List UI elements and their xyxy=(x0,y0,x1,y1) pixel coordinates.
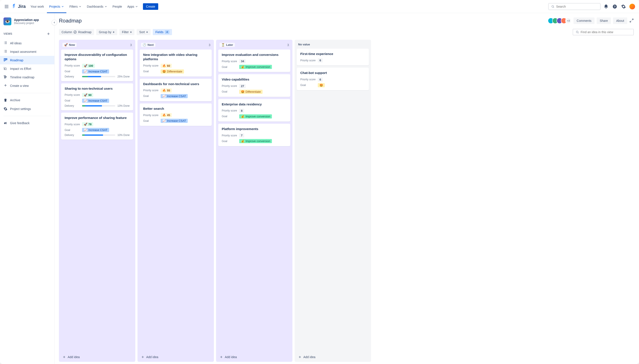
project-header[interactable]: 👁️ Appreciation app Discovery project xyxy=(0,18,54,29)
nav-item-filters[interactable]: Filters xyxy=(67,3,84,10)
global-search[interactable] xyxy=(548,3,600,10)
field-label-goal: Goal xyxy=(222,90,239,93)
filter-picker[interactable]: Filter + xyxy=(120,29,134,35)
goal-chip: 💰Improve conversion xyxy=(239,65,272,69)
svg-line-41 xyxy=(630,21,631,22)
goal-chip: 📈Increase CSAT xyxy=(82,128,109,132)
idea-card[interactable]: Chat-bot supportPriority score6Goal🤩 xyxy=(297,68,369,90)
field-label-goal: Goal xyxy=(222,115,239,118)
avatar-stack[interactable]: +3 xyxy=(548,18,571,24)
column-tag: ⏳Later xyxy=(220,43,235,47)
priority-score-chip: 🔥55 xyxy=(160,88,172,92)
idea-card[interactable]: Platform improvementsPriority score7Goal… xyxy=(218,124,290,146)
jira-logo[interactable]: Jira xyxy=(11,4,26,9)
sidebar-view-roadmap[interactable]: Roadmap xyxy=(0,56,54,64)
sidebar-view-create-a-view[interactable]: Create a view xyxy=(0,82,54,90)
sidebar-view-impact-assessment[interactable]: Impact assessment xyxy=(0,47,54,56)
sidebar-collapse-button[interactable] xyxy=(52,20,57,25)
trash-icon xyxy=(4,98,8,102)
megaphone-icon xyxy=(4,121,8,125)
sidebar-view-all-ideas[interactable]: All ideas xyxy=(0,39,54,47)
notifications-button[interactable] xyxy=(603,3,609,10)
find-idea-search[interactable] xyxy=(573,29,634,35)
comments-button[interactable]: Comments xyxy=(574,18,594,24)
idea-card[interactable]: Improve performance of sharing featurePr… xyxy=(61,112,133,140)
priority-score-chip: 🚀90 xyxy=(82,93,93,97)
idea-card[interactable]: Video capabilitiesPriority score27Goal🤩D… xyxy=(218,74,290,97)
plus-icon xyxy=(298,355,302,359)
field-label-goal: Goal xyxy=(143,119,160,122)
project-type: Discovery project xyxy=(14,22,39,25)
nav-item-dashboards[interactable]: Dashboards xyxy=(85,3,110,10)
sidebar-view-impact-vs-effort[interactable]: Impact vs Effort xyxy=(0,64,54,73)
nav-item-projects[interactable]: Projects xyxy=(47,3,66,10)
progress-text: 25% Done xyxy=(118,75,130,78)
profile-avatar[interactable] xyxy=(629,3,636,10)
feedback-link[interactable]: Give feedback xyxy=(0,119,54,127)
sidebar-view-timeline-roadmap[interactable]: Timeline roadmap xyxy=(0,73,54,82)
groupby-picker[interactable]: Group by + xyxy=(96,29,117,35)
about-button[interactable]: About xyxy=(613,18,627,24)
fields-picker[interactable]: Fields 4 xyxy=(153,29,172,35)
share-button[interactable]: Share xyxy=(597,18,611,24)
settings-button[interactable] xyxy=(620,3,627,10)
idea-card[interactable]: Enterprise data residencyPriority score8… xyxy=(218,99,290,122)
field-label-priority: Priority score xyxy=(143,89,160,92)
goal-chip: 💰Improve conversion xyxy=(239,139,272,143)
column-picker[interactable]: Column Roadmap xyxy=(59,29,94,35)
nav-item-people[interactable]: People xyxy=(110,3,124,10)
card-title: Chat-bot support xyxy=(300,71,365,75)
nav-item-your-work[interactable]: Your work xyxy=(28,3,46,10)
svg-rect-29 xyxy=(6,58,7,60)
add-view-button[interactable] xyxy=(46,32,51,36)
idea-card[interactable]: Better searchPriority score🔥45Goal📈Incre… xyxy=(140,104,212,126)
priority-score-chip: 27 xyxy=(239,84,246,88)
help-button[interactable]: ? xyxy=(612,3,618,10)
svg-point-34 xyxy=(6,68,6,68)
jira-icon xyxy=(11,4,16,9)
field-label-goal: Goal xyxy=(222,66,239,68)
field-label-priority: Priority score xyxy=(222,84,239,88)
progress-text: 13% Done xyxy=(118,104,130,107)
idea-card[interactable]: Dashboards for non-technical usersPriori… xyxy=(140,79,212,101)
page-title: Roadmap xyxy=(59,18,82,24)
idea-card[interactable]: Sharing to non-technical usersPriority s… xyxy=(61,83,133,110)
card-title: Better search xyxy=(143,106,208,111)
archive-link[interactable]: Archive xyxy=(0,96,54,104)
progress-bar xyxy=(82,105,115,106)
card-title: New integration with video sharing platf… xyxy=(143,52,208,62)
idea-card[interactable]: Improve discoverability of configuration… xyxy=(61,50,133,81)
svg-line-10 xyxy=(554,7,554,8)
bell-icon xyxy=(604,4,608,9)
find-idea-input[interactable] xyxy=(581,30,631,34)
priority-score-chip: 34 xyxy=(239,59,246,63)
column-count: 3 xyxy=(130,43,132,47)
nav-item-apps[interactable]: Apps xyxy=(125,3,140,10)
svg-line-40 xyxy=(632,19,633,20)
fullscreen-button[interactable] xyxy=(630,18,634,23)
add-idea-button[interactable]: Add idea xyxy=(297,353,369,360)
views-heading: VIEWS xyxy=(4,32,12,35)
field-label-priority: Priority score xyxy=(64,123,82,126)
goal-chip: 🤩 xyxy=(318,83,325,87)
priority-score-chip: 🔥60 xyxy=(160,64,172,68)
idea-card[interactable]: New integration with video sharing platf… xyxy=(140,50,212,76)
sort-picker[interactable]: Sort + xyxy=(136,29,150,35)
svg-rect-36 xyxy=(4,76,6,77)
create-button[interactable]: Create xyxy=(143,3,158,10)
add-idea-button[interactable]: Add idea xyxy=(140,353,212,360)
app-switcher[interactable] xyxy=(4,4,10,10)
project-settings-link[interactable]: Project settings xyxy=(0,105,54,113)
goal-chip: 📈Increase CSAT xyxy=(82,70,109,74)
svg-line-44 xyxy=(578,33,578,34)
plus-icon xyxy=(62,355,66,359)
add-idea-button[interactable]: Add idea xyxy=(218,353,290,360)
idea-card[interactable]: Improve evaluation and conversionsPriori… xyxy=(218,50,290,72)
field-label-delivery: Delivery xyxy=(64,104,82,107)
svg-rect-37 xyxy=(4,78,6,78)
card-title: Improve discoverability of configuration… xyxy=(64,52,130,62)
search-input[interactable] xyxy=(556,5,598,8)
add-idea-button[interactable]: Add idea xyxy=(61,353,133,360)
idea-card[interactable]: First-time experiencePriority score6 xyxy=(297,49,369,66)
help-icon: ? xyxy=(612,4,617,9)
